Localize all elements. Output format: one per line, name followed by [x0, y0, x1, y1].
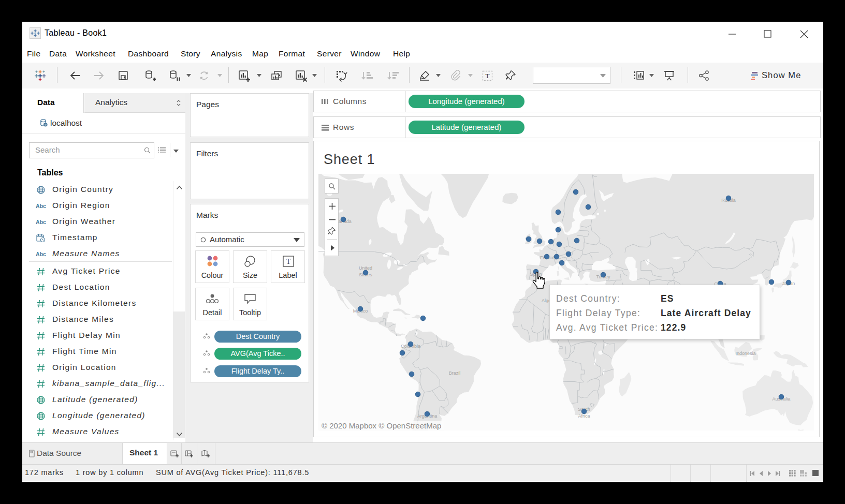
svg-text:Abc: Abc: [36, 251, 46, 257]
svg-text:T: T: [486, 72, 490, 80]
svg-text:United: United: [359, 265, 372, 271]
svg-text:Indonesia: Indonesia: [735, 351, 755, 356]
svg-text:T: T: [286, 258, 291, 265]
svg-text:Brazil: Brazil: [449, 370, 461, 376]
svg-text:Abc: Abc: [36, 219, 46, 225]
svg-text:Abc: Abc: [36, 203, 46, 209]
